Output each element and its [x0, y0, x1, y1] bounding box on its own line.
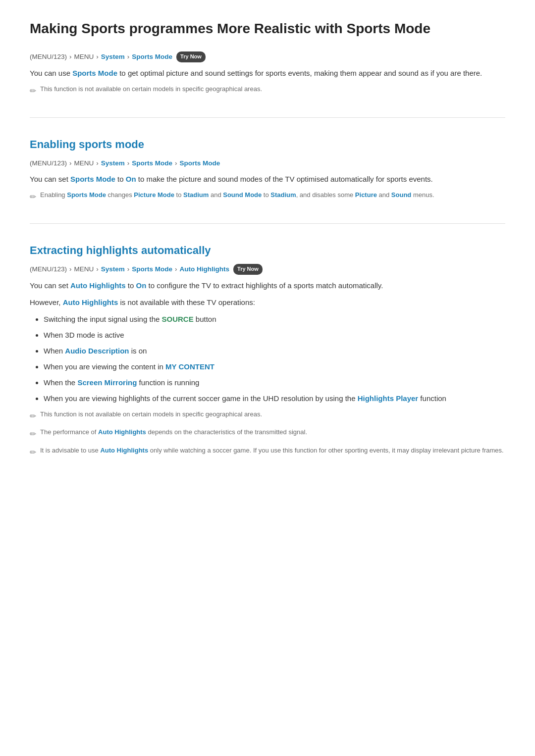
pencil-icon-s2-2: ✏ — [30, 428, 36, 441]
highlights-player-link: Highlights Player — [358, 394, 419, 403]
picture-link: Picture — [355, 191, 377, 199]
section2-body1: You can set Auto Highlights to On to con… — [30, 280, 505, 292]
stadium-link1: Stadium — [183, 191, 209, 199]
list-item-3: When Audio Description is on — [44, 345, 505, 357]
list-item-5: When the Screen Mirroring function is ru… — [44, 377, 505, 389]
section1-note-text: Enabling Sports Mode changes Picture Mod… — [40, 190, 434, 200]
bc-sports-mode: Sports Mode — [132, 51, 172, 62]
s1-bc-menu123: (MENU/123) — [30, 158, 67, 169]
bc-menu123: (MENU/123) — [30, 51, 67, 62]
s2-bc-auto-highlights: Auto Highlights — [180, 264, 229, 275]
s1-bc-system: System — [101, 158, 125, 169]
picture-mode-link: Picture Mode — [134, 191, 174, 199]
section2-note1-text: This function is not available on certai… — [40, 409, 262, 419]
pencil-icon-intro: ✏ — [30, 85, 36, 98]
s1-bc-menu: MENU — [74, 158, 94, 169]
my-content-link: MY CONTENT — [165, 362, 214, 371]
try-now-badge-s2[interactable]: Try Now — [233, 264, 263, 275]
s2-bc-menu: MENU — [74, 264, 94, 275]
bc-system: System — [101, 51, 125, 62]
section2-note3-text: It is advisable to use Auto Highlights o… — [40, 446, 504, 455]
sports-mode-note-link: Sports Mode — [67, 191, 106, 199]
list-item-1: Switching the input signal using the SOU… — [44, 313, 505, 325]
s2-bc-sports-mode: Sports Mode — [132, 264, 172, 275]
try-now-badge-intro[interactable]: Try Now — [176, 51, 206, 62]
page-title: Making Sports programmes More Realistic … — [30, 20, 505, 38]
sports-mode-link-s1: Sports Mode — [70, 175, 115, 183]
section2-note2-text: The performance of Auto Highlights depen… — [40, 427, 307, 437]
list-item-2: When 3D mode is active — [44, 329, 505, 341]
pencil-icon-s2-3: ✏ — [30, 446, 36, 459]
section2-body2: However, Auto Highlights is not availabl… — [30, 297, 505, 308]
s1-bc-sports-mode: Sports Mode — [132, 158, 172, 169]
section2-note2: ✏ The performance of Auto Highlights dep… — [30, 427, 505, 441]
bc-menu: MENU — [74, 51, 94, 62]
screen-mirroring-link: Screen Mirroring — [77, 378, 137, 387]
auto-highlights-link1: Auto Highlights — [70, 281, 126, 290]
list-item-4: When you are viewing the content in MY C… — [44, 361, 505, 373]
sound-link: Sound — [391, 191, 411, 199]
section2-note1: ✏ This function is not available on cert… — [30, 409, 505, 423]
intro-note: ✏ This function is not available on cert… — [30, 84, 505, 98]
pencil-icon-s2-1: ✏ — [30, 410, 36, 423]
s2-bc-system: System — [101, 264, 125, 275]
section1-body: You can set Sports Mode to On to make th… — [30, 173, 505, 185]
section1-divider — [30, 117, 505, 118]
on-link-s1: On — [126, 175, 136, 183]
source-link: SOURCE — [161, 315, 193, 323]
auto-highlights-link3: Auto Highlights — [98, 428, 146, 436]
on-link-s2: On — [136, 281, 147, 290]
section1-heading: Enabling sports mode — [30, 136, 505, 153]
section2-heading: Extracting highlights automatically — [30, 242, 505, 259]
s1-bc-sports-mode2: Sports Mode — [180, 158, 220, 169]
s2-bc-menu123: (MENU/123) — [30, 264, 67, 275]
section2-list: Switching the input signal using the SOU… — [44, 313, 505, 404]
list-item-6: When you are viewing highlights of the c… — [44, 393, 505, 404]
intro-paragraph: You can use Sports Mode to get optimal p… — [30, 67, 505, 79]
sound-mode-link: Sound Mode — [223, 191, 262, 199]
section2-breadcrumb: (MENU/123) › MENU › System › Sports Mode… — [30, 264, 505, 275]
auto-highlights-link4: Auto Highlights — [100, 447, 148, 454]
section1-breadcrumb: (MENU/123) › MENU › System › Sports Mode… — [30, 158, 505, 169]
stadium-link2: Stadium — [270, 191, 296, 199]
intro-note-text: This function is not available on certai… — [40, 84, 262, 94]
pencil-icon-s1: ✏ — [30, 191, 36, 203]
section2-divider — [30, 223, 505, 224]
section1-note: ✏ Enabling Sports Mode changes Picture M… — [30, 190, 505, 203]
sports-mode-link-intro: Sports Mode — [72, 69, 117, 77]
intro-breadcrumb: (MENU/123) › MENU › System › Sports Mode… — [30, 51, 505, 62]
auto-highlights-link2: Auto Highlights — [63, 298, 118, 306]
section2-note3: ✏ It is advisable to use Auto Highlights… — [30, 446, 505, 459]
audio-desc-link: Audio Description — [65, 347, 129, 355]
